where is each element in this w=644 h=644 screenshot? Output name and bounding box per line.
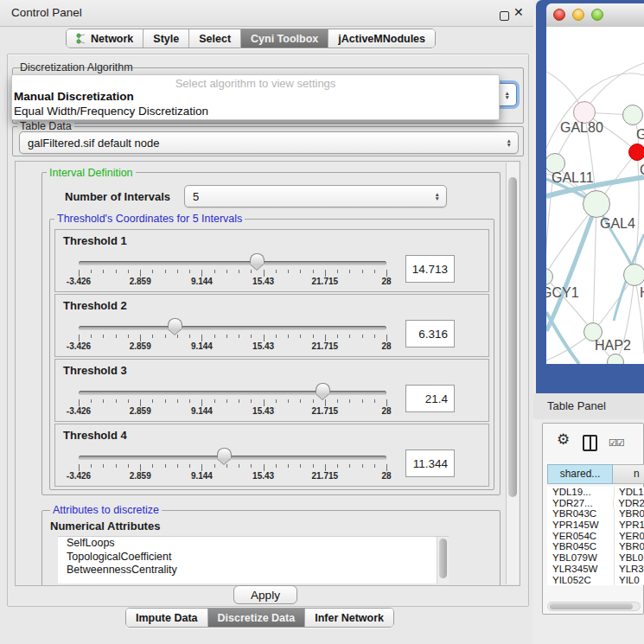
group-title-discretization-algorithm: Discretization Algorithm (17, 61, 136, 73)
tick-mark (201, 464, 202, 471)
cell-name: YPR1 (615, 520, 644, 531)
vertical-scrollbar[interactable] (506, 163, 519, 584)
table-panel-title: Table Panel (547, 399, 606, 412)
column-header-shared-name[interactable]: shared... (547, 464, 613, 484)
combobox-value: galFiltered.sif default node (28, 137, 159, 150)
tick-mark (300, 399, 301, 403)
slider-thumb[interactable] (217, 448, 232, 458)
slider-thumb[interactable] (250, 253, 265, 264)
network-node-ga[interactable] (622, 105, 643, 125)
tab-discretize-data[interactable]: Discretize Data (208, 609, 306, 627)
tick-mark (288, 464, 289, 468)
right-column: GAL80GACGAL11GAL4GCY1HHAP2 Table Panel ⚙… (533, 0, 644, 644)
slider-track[interactable] (79, 391, 386, 395)
algorithm-dropdown-popup: Select algorithm to view settings Manual… (11, 74, 500, 120)
tick-mark (386, 399, 387, 406)
group-title-thresholds: Threshold's Coordinates for 5 Intervals (54, 213, 245, 225)
threshold-value-field[interactable]: 11.344 (405, 450, 455, 477)
table-row[interactable]: YER054CYER0 (547, 531, 644, 542)
group-title-attributes: Attributes to discretize (50, 504, 162, 516)
table-row[interactable]: YDL19...YDL1 (547, 487, 644, 498)
network-node-h[interactable] (623, 264, 644, 286)
cell-name: YIL0 (615, 575, 640, 586)
threshold-value-field[interactable]: 6.316 (405, 320, 455, 348)
node-label: GAL80 (560, 120, 603, 136)
gear-icon[interactable]: ⚙ (557, 430, 570, 449)
table-row[interactable]: YBR045CYBR0 (547, 541, 644, 552)
network-canvas[interactable]: GAL80GACGAL11GAL4GCY1HHAP2 (546, 27, 644, 364)
tab-label: Infer Network (315, 612, 384, 624)
slider-track[interactable] (79, 456, 386, 460)
tab-infer-network[interactable]: Infer Network (305, 609, 393, 627)
tab-cyni-toolbox[interactable]: Cyni Toolbox (241, 29, 328, 48)
tick-mark (79, 270, 80, 277)
tab-network[interactable]: Network (67, 29, 143, 48)
slider-thumb[interactable] (168, 318, 182, 328)
horizontal-scrollbar[interactable] (547, 602, 641, 611)
node-label: GAL11 (552, 170, 594, 186)
tick-mark (152, 399, 153, 403)
attribute-list-item[interactable]: BetweennessCentrality (58, 564, 449, 577)
panel-titlebar: Control Panel ✕ (0, 0, 533, 27)
tick-mark (239, 399, 239, 403)
tick-mark (300, 335, 301, 338)
stepper-arrows-icon: ▲▼ (507, 138, 512, 147)
attribute-list-item[interactable]: TopologicalCoefficient (58, 551, 449, 564)
split-columns-icon[interactable] (583, 435, 597, 451)
tick-mark (276, 399, 277, 403)
close-button-icon[interactable] (553, 9, 565, 21)
tick-label: 28 (381, 341, 391, 351)
minimize-button-icon[interactable] (572, 9, 584, 21)
tick-mark (264, 335, 265, 341)
tab-select[interactable]: Select (189, 29, 241, 48)
tab-impute-data[interactable]: Impute Data (126, 609, 208, 627)
network-node-gal4[interactable] (583, 190, 610, 218)
algorithm-option-equal-width-frequency-discretization[interactable]: Equal Width/Frequency Discretization (14, 104, 497, 118)
table-row[interactable]: YBR043CYBR0 (547, 508, 644, 520)
tab-style[interactable]: Style (143, 29, 189, 48)
slider-track[interactable] (79, 261, 386, 265)
list-scrollbar[interactable] (437, 537, 449, 583)
scrollbar-thumb[interactable] (550, 603, 633, 609)
scrollbar-thumb[interactable] (508, 177, 517, 497)
tab-jactivemnodules[interactable]: jActiveMNodules (328, 29, 435, 48)
tick-mark (177, 399, 178, 403)
tick-label: 28 (381, 471, 391, 481)
tick-mark (337, 270, 338, 273)
zoom-button-icon[interactable] (591, 9, 603, 21)
network-node-c[interactable] (628, 143, 644, 161)
threshold-value-field[interactable]: 21.4 (405, 385, 455, 412)
column-header-name[interactable]: n (613, 464, 644, 484)
slider-track[interactable] (79, 326, 386, 330)
close-icon[interactable]: ✕ (513, 5, 524, 19)
select-columns-icon[interactable]: ☑☑ (609, 437, 624, 449)
tick-mark (128, 270, 129, 273)
tick-mark (103, 270, 104, 273)
apply-button[interactable]: Apply (233, 585, 297, 604)
stepper-arrows-icon: ▲▼ (505, 91, 510, 99)
cell-shared-name: YBL079W (547, 552, 615, 564)
tick-label: 2.859 (130, 471, 151, 481)
cell-name: YER0 (615, 531, 644, 542)
application-window: Control Panel ✕ NetworkStyleSelectCyni T… (0, 0, 644, 644)
cell-shared-name: YIL052C (547, 575, 615, 586)
tick-mark (264, 270, 265, 277)
table-row[interactable]: YIL052CYIL0 (547, 575, 644, 586)
slider-thumb[interactable] (316, 383, 330, 393)
table-data-combobox[interactable]: galFiltered.sif default node ▲▼ (19, 131, 519, 154)
tick-mark (313, 464, 314, 468)
number-of-intervals-combobox[interactable]: 5 ▲▼ (184, 185, 447, 207)
cell-shared-name: YBR043C (547, 508, 615, 520)
table-row[interactable]: YBL079WYBL0 (547, 552, 644, 564)
tick-mark (91, 335, 92, 338)
tick-mark (288, 399, 289, 403)
table-rows: YDL19...YDL1YDR27...YDR2YBR043CYBR0YPR14… (547, 487, 644, 585)
table-row[interactable]: YPR145WYPR1 (547, 520, 644, 531)
threshold-label: Threshold 1 (63, 234, 127, 247)
table-row[interactable]: YDR27...YDR2 (547, 498, 644, 509)
threshold-value-field[interactable]: 14.713 (405, 255, 455, 283)
attribute-list-item[interactable]: SelfLoops (58, 537, 449, 551)
table-row[interactable]: YLR345WYLR3 (547, 564, 644, 575)
float-window-icon[interactable] (500, 11, 509, 21)
algorithm-option-manual-discretization[interactable]: Manual Discretization (14, 89, 497, 104)
